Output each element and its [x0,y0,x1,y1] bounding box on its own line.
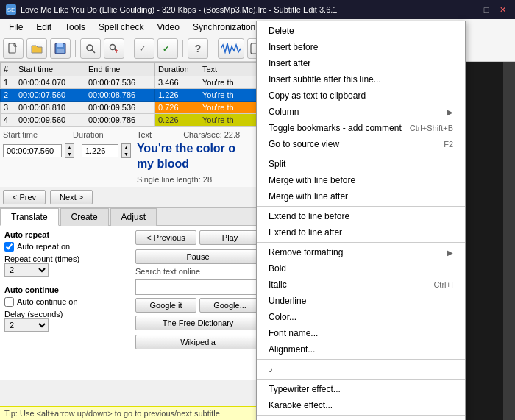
spin-down-dur[interactable]: ▼ [122,151,130,157]
ctx-item[interactable]: Insert after [257,55,465,71]
ctx-item[interactable]: Go to source viewF2 [257,136,465,152]
find-button[interactable] [80,38,101,59]
menu-item-video[interactable]: Video [151,21,185,34]
ctx-item-label: Color... [269,312,296,322]
play-button[interactable]: Play [199,230,260,245]
ctx-item[interactable]: Remove formatting▶ [257,244,465,260]
close-button[interactable]: ✕ [496,4,509,15]
edit-right: Text Chars/sec: 22.8 You're the color o … [137,130,262,184]
auto-continue-checkbox[interactable] [4,297,14,307]
ctx-item-label: ♪ [269,364,273,374]
table-row[interactable]: 200:00:07.56000:00:08.7861.226You're th [1,89,265,102]
ctx-item[interactable]: Typewriter effect... [257,381,465,397]
nav-buttons: < Prev Next > [0,187,265,207]
table-row[interactable]: 100:00:04.07000:00:07.5363.466You're th [1,76,265,89]
ctx-item[interactable]: Underline [257,293,465,309]
menu-item-file[interactable]: File [3,21,29,34]
table-row[interactable]: 400:00:09.56000:00:09.7860.226You're th [1,114,265,127]
menu-item-tools[interactable]: Tools [59,21,91,34]
search-label: Search text online [135,267,260,276]
minimize-button[interactable]: ─ [464,4,477,15]
ctx-item[interactable]: Column▶ [257,104,465,120]
col-text: Text [199,63,265,76]
ctx-item[interactable]: ItalicCtrl+I [257,277,465,293]
start-time-input[interactable] [3,144,62,157]
ctx-item[interactable]: Show selected lines earlier/later... [257,417,465,420]
google-it-button[interactable]: Google it [135,298,196,313]
ctx-item[interactable]: Copy as text to clipboard [257,88,465,104]
start-time-spinner[interactable]: ▲ ▼ [65,143,74,158]
ctx-item[interactable]: Bold [257,260,465,277]
ctx-item[interactable]: Delete [257,23,465,39]
ctx-separator [257,359,465,360]
duration-input[interactable] [82,144,118,157]
ctx-item[interactable]: Insert before [257,39,465,55]
svg-point-4 [87,45,93,51]
repeat-count-row: Repeat count (times) 234 [4,255,129,277]
ctx-item[interactable]: Alignment... [257,341,465,357]
wikipedia-button[interactable]: Wikipedia [135,335,260,349]
col-start: Start time [15,63,85,76]
prev-button[interactable]: < Prev [3,190,46,204]
search-input[interactable] [135,279,260,295]
spin-up-dur[interactable]: ▲ [122,144,130,151]
ctx-item[interactable]: Extend to line before [257,208,465,224]
auto-repeat-checkbox[interactable] [4,242,14,252]
ctx-item[interactable]: Font name... [257,325,465,341]
tab-create[interactable]: Create [60,208,109,226]
previous-button[interactable]: < Previous [135,230,196,245]
ctx-item[interactable]: Merge with line after [257,188,465,204]
ctx-item[interactable]: Color... [257,309,465,325]
menu-item-spell-check[interactable]: Spell check [93,21,149,34]
translate-buttons-row: < Previous Play [135,230,260,245]
check-button[interactable]: ✔ [157,38,178,59]
scrollbar-area[interactable] [503,62,515,420]
ctx-arrow-icon: ▶ [447,249,453,257]
tip-bar: Tip: Use <alt+arrow up/down> to go to pr… [0,406,258,420]
ctx-item[interactable]: Extend to line after [257,224,465,241]
delay-select[interactable]: 235 [4,318,49,332]
spell-icon[interactable]: ✓ [134,38,154,59]
menu-item-edit[interactable]: Edit [30,21,57,34]
tab-bar: Translate Create Adjust [0,208,265,226]
ctx-item-label: Delete [269,26,294,36]
pause-button[interactable]: Pause [135,249,260,264]
maximize-button[interactable]: □ [480,4,493,15]
ctx-item[interactable]: Karaoke effect... [257,397,465,413]
waveform-button[interactable] [218,38,244,59]
tab-content: Auto repeat Auto repeat on Repeat count … [0,226,265,380]
ctx-separator [257,242,465,243]
free-dictionary-button[interactable]: The Free Dictionary [135,316,260,330]
repeat-count-label: Repeat count (times) [4,255,129,263]
duration-spinner[interactable]: ▲ ▼ [121,143,131,158]
start-time-group: ▲ ▼ ▲ ▼ [3,143,131,158]
ctx-shortcut: F2 [444,140,453,149]
ctx-item[interactable]: Toggle bookmarks - add commentCtrl+Shift… [257,120,465,136]
tab-translate[interactable]: Translate [0,208,59,226]
open-button[interactable] [26,38,47,59]
spin-down[interactable]: ▼ [65,151,74,157]
spin-up[interactable]: ▲ [65,144,74,151]
table-row[interactable]: 300:00:08.81000:00:09.5360.726You're th [1,102,265,114]
ctx-separator [257,206,465,207]
svg-point-6 [110,44,116,49]
repeat-count-select[interactable]: 234 [4,263,49,277]
help-button[interactable]: ? [188,38,208,59]
ctx-item[interactable]: Split [257,156,465,172]
ctx-item[interactable]: Merge with line before [257,172,465,188]
ctx-item-label: Alignment... [269,344,315,355]
translate-left: Auto repeat Auto repeat on Repeat count … [4,230,129,349]
tab-adjust[interactable]: Adjust [110,208,157,226]
menu-item-synchronization[interactable]: Synchronization [187,21,261,34]
new-button[interactable] [3,38,24,59]
col-end: End time [85,63,155,76]
subtitle-table-container[interactable]: # Start time End time Duration Text 100:… [0,62,265,127]
next-button[interactable]: Next > [50,190,93,204]
save-button[interactable] [50,38,71,59]
google2-button[interactable]: Google... [199,298,260,313]
ctx-item[interactable]: Insert subtitle after this line... [257,71,465,88]
ctx-item[interactable]: ♪ [257,361,465,377]
replace-button[interactable] [104,38,124,59]
ctx-separator [257,154,465,154]
single-line-length: Single line length: 28 [137,175,262,184]
